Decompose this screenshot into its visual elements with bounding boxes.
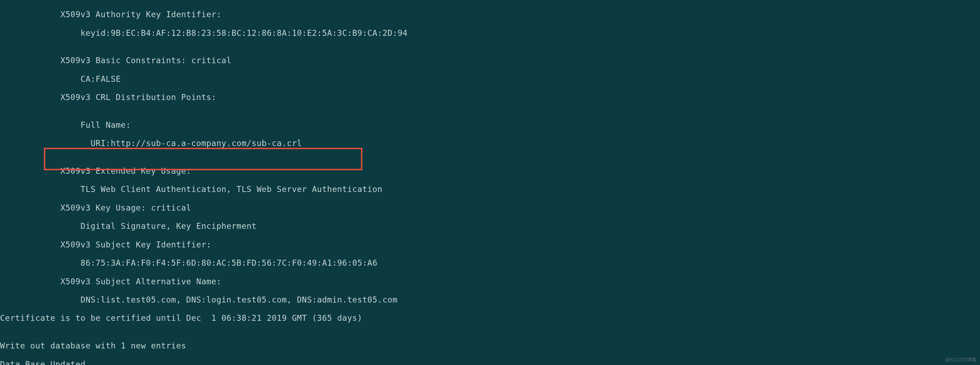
x509-aki-label: X509v3 Authority Key Identifier: <box>0 10 980 19</box>
x509-crl-label: X509v3 CRL Distribution Points: <box>0 92 980 102</box>
cert-validity: Certificate is to be certified until Dec… <box>0 313 980 322</box>
x509-ku-value: Digital Signature, Key Encipherment <box>0 222 980 231</box>
x509-eku-label: X509v3 Extended Key Usage: <box>0 166 980 175</box>
x509-crl-uri: URI:http://sub-ca.a-company.com/sub-ca.c… <box>0 139 980 148</box>
x509-eku-value: TLS Web Client Authentication, TLS Web S… <box>0 185 980 194</box>
terminal-output: X509v3 Authority Key Identifier: keyid:9… <box>0 0 980 365</box>
watermark-text: @51CTO博客 <box>945 357 977 363</box>
x509-basic-constraints-label: X509v3 Basic Constraints: critical <box>0 56 980 65</box>
x509-ski-value: 86:75:3A:FA:F0:F4:5F:6D:80:AC:5B:FD:56:7… <box>0 258 980 268</box>
x509-basic-constraints-value: CA:FALSE <box>0 74 980 83</box>
db-updated: Data Base Updated <box>0 360 980 365</box>
x509-san-label: X509v3 Subject Alternative Name: <box>0 277 980 286</box>
x509-ku-label: X509v3 Key Usage: critical <box>0 203 980 212</box>
x509-crl-fullname: Full Name: <box>0 120 980 129</box>
write-out-db: Write out database with 1 new entries <box>0 341 980 350</box>
x509-san-value: DNS:list.test05.com, DNS:login.test05.co… <box>0 295 980 304</box>
x509-aki-value: keyid:9B:EC:B4:AF:12:B8:23:58:BC:12:86:8… <box>0 29 980 38</box>
x509-ski-label: X509v3 Subject Key Identifier: <box>0 240 980 249</box>
